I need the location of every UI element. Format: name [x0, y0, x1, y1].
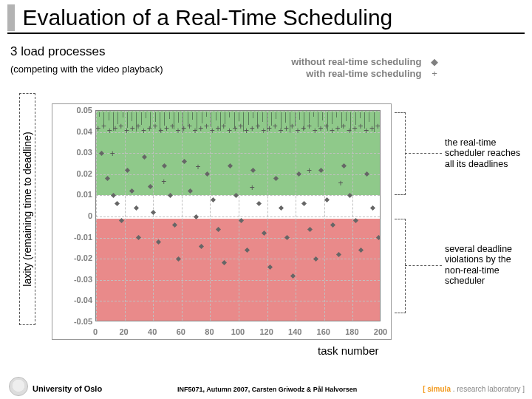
point-with-rt [308, 128, 312, 132]
chart-plot-area [95, 110, 381, 321]
annotation-bottom: several deadline violations by the non-r… [445, 244, 528, 287]
gridline-v [125, 111, 126, 321]
spike [346, 112, 347, 121]
point-without-rt [297, 172, 301, 176]
spike [299, 112, 300, 120]
slide-title: Evaluation of a Real-Time Scheduling [22, 5, 392, 30]
y-tick-label: 0 [52, 211, 92, 220]
point-with-rt [188, 128, 192, 132]
point-with-rt [163, 183, 166, 187]
negative-laxity-band [96, 219, 380, 321]
point-with-rt [314, 132, 318, 136]
point-without-rt [173, 223, 177, 227]
point-with-rt [120, 128, 123, 132]
point-with-rt [291, 128, 295, 132]
spike [132, 112, 132, 121]
point-without-rt [194, 215, 198, 219]
y-tick-label: -0.04 [52, 296, 92, 304]
title-underline [7, 33, 525, 34]
point-without-rt [268, 265, 272, 269]
spike [248, 112, 249, 125]
point-with-rt [251, 130, 255, 134]
gridline-h [96, 174, 380, 175]
point-with-rt [166, 130, 169, 134]
point-with-rt [339, 185, 343, 188]
point-with-rt [154, 128, 158, 132]
point-without-rt [314, 257, 318, 261]
point-with-rt [354, 130, 358, 134]
spike [216, 112, 216, 120]
spike [169, 112, 170, 119]
y-tick-label: 0.04 [52, 127, 92, 136]
spike [253, 112, 253, 118]
point-without-rt [188, 189, 192, 193]
spike [141, 112, 142, 125]
point-without-rt [177, 257, 180, 261]
gridline-v [267, 111, 268, 321]
spike [276, 112, 276, 119]
gridline-v [210, 111, 211, 321]
point-with-rt [143, 132, 146, 136]
point-with-rt [285, 130, 289, 134]
point-with-rt [183, 130, 186, 134]
point-without-rt [354, 219, 358, 222]
point-without-rt [337, 253, 341, 256]
chart-legend: without real-time scheduling ◆ with real… [291, 56, 445, 81]
x-tick-label: 20 [119, 327, 128, 336]
y-tick-label: -0.03 [52, 275, 92, 284]
point-without-rt [342, 164, 346, 168]
point-without-rt [274, 177, 278, 180]
point-with-rt [112, 155, 115, 159]
point-without-rt [130, 189, 134, 193]
legend-row-with: with real-time scheduling + [291, 68, 445, 80]
point-with-rt [257, 128, 261, 132]
point-with-rt [222, 128, 226, 132]
footer-lab-brand: simula [427, 385, 451, 393]
point-without-rt [234, 194, 238, 197]
point-with-rt [325, 128, 329, 132]
point-without-rt [331, 223, 335, 227]
point-without-rt [285, 236, 289, 239]
point-with-rt [239, 128, 243, 132]
footer-lab-rest: . research laboratory ] [451, 385, 525, 393]
point-with-rt [319, 130, 323, 134]
point-without-rt [239, 219, 243, 222]
point-without-rt [325, 198, 329, 202]
y-tick-label: 0.01 [52, 190, 92, 199]
footer-lab: [ simula . research laboratory ] [423, 385, 525, 393]
x-tick-label: 180 [345, 327, 358, 336]
point-with-rt [342, 128, 346, 132]
spike [123, 112, 123, 117]
x-tick-label: 80 [205, 327, 214, 336]
gridline-h [96, 259, 380, 259]
point-without-rt [319, 168, 323, 172]
legend-label-with: with real-time scheduling [306, 68, 421, 79]
gridline-h [96, 111, 380, 112]
point-with-rt [126, 132, 129, 136]
point-with-rt [268, 130, 272, 134]
spike [285, 112, 286, 123]
point-without-rt [228, 164, 232, 168]
x-tick-label: 0 [93, 327, 98, 336]
point-with-rt [365, 132, 369, 136]
spike [206, 112, 207, 117]
point-with-rt [103, 128, 106, 132]
point-without-rt [222, 261, 226, 265]
footer-course: INF5071, Autumn 2007, Carsten Griwodz & … [177, 386, 357, 393]
gridline-v [239, 111, 239, 321]
point-with-rt [302, 130, 306, 134]
point-with-rt [337, 130, 341, 134]
gridline-v [352, 111, 353, 321]
spike [360, 112, 361, 118]
subheading: 3 load processes [10, 44, 106, 59]
point-with-rt [115, 130, 118, 134]
y-tick-label: -0.01 [52, 233, 92, 242]
legend-row-without: without real-time scheduling ◆ [291, 56, 445, 68]
x-tick-label: 160 [317, 327, 330, 336]
point-without-rt [200, 245, 203, 248]
spike [336, 112, 337, 117]
point-without-rt [106, 177, 109, 180]
chart-frame: 0.050.040.030.020.010-0.01-0.02-0.03-0.0… [52, 103, 392, 340]
x-axis-label: task number [318, 344, 379, 357]
x-tick-label: 100 [231, 327, 245, 336]
